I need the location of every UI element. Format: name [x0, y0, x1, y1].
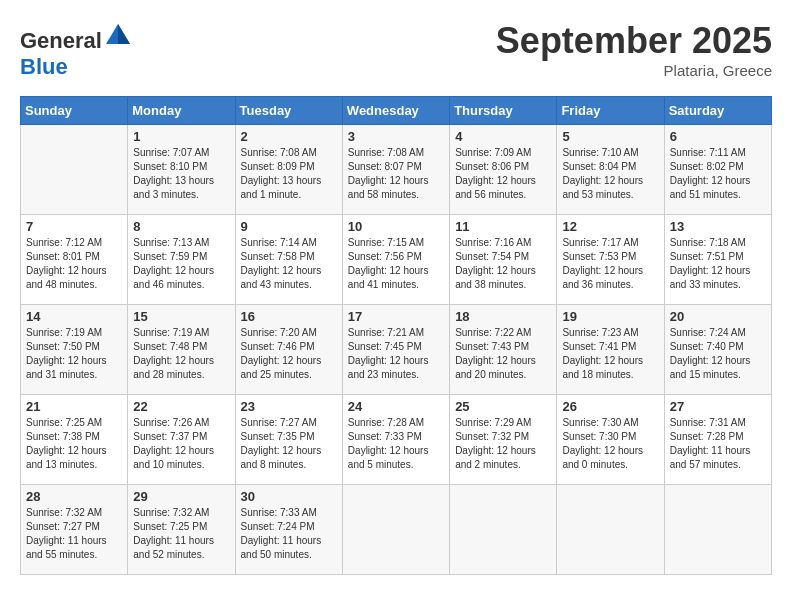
- day-info: Sunrise: 7:24 AM Sunset: 7:40 PM Dayligh…: [670, 326, 766, 382]
- day-number: 19: [562, 309, 658, 324]
- day-info: Sunrise: 7:21 AM Sunset: 7:45 PM Dayligh…: [348, 326, 444, 382]
- day-number: 15: [133, 309, 229, 324]
- day-info: Sunrise: 7:17 AM Sunset: 7:53 PM Dayligh…: [562, 236, 658, 292]
- day-info: Sunrise: 7:32 AM Sunset: 7:25 PM Dayligh…: [133, 506, 229, 562]
- day-number: 20: [670, 309, 766, 324]
- week-row-1: 1Sunrise: 7:07 AM Sunset: 8:10 PM Daylig…: [21, 125, 772, 215]
- logo-icon: [104, 20, 132, 48]
- day-number: 4: [455, 129, 551, 144]
- calendar-cell: 9Sunrise: 7:14 AM Sunset: 7:58 PM Daylig…: [235, 215, 342, 305]
- calendar-cell: 10Sunrise: 7:15 AM Sunset: 7:56 PM Dayli…: [342, 215, 449, 305]
- calendar-cell: 15Sunrise: 7:19 AM Sunset: 7:48 PM Dayli…: [128, 305, 235, 395]
- day-number: 21: [26, 399, 122, 414]
- calendar-cell: 28Sunrise: 7:32 AM Sunset: 7:27 PM Dayli…: [21, 485, 128, 575]
- calendar-body: 1Sunrise: 7:07 AM Sunset: 8:10 PM Daylig…: [21, 125, 772, 575]
- day-info: Sunrise: 7:19 AM Sunset: 7:50 PM Dayligh…: [26, 326, 122, 382]
- day-info: Sunrise: 7:22 AM Sunset: 7:43 PM Dayligh…: [455, 326, 551, 382]
- day-number: 5: [562, 129, 658, 144]
- day-info: Sunrise: 7:12 AM Sunset: 8:01 PM Dayligh…: [26, 236, 122, 292]
- svg-marker-1: [118, 24, 130, 44]
- day-number: 7: [26, 219, 122, 234]
- day-number: 30: [241, 489, 337, 504]
- day-info: Sunrise: 7:31 AM Sunset: 7:28 PM Dayligh…: [670, 416, 766, 472]
- location: Plataria, Greece: [496, 62, 772, 79]
- day-info: Sunrise: 7:30 AM Sunset: 7:30 PM Dayligh…: [562, 416, 658, 472]
- calendar-cell: [342, 485, 449, 575]
- calendar-cell: 8Sunrise: 7:13 AM Sunset: 7:59 PM Daylig…: [128, 215, 235, 305]
- calendar-cell: 13Sunrise: 7:18 AM Sunset: 7:51 PM Dayli…: [664, 215, 771, 305]
- calendar-cell: 25Sunrise: 7:29 AM Sunset: 7:32 PM Dayli…: [450, 395, 557, 485]
- calendar-cell: 23Sunrise: 7:27 AM Sunset: 7:35 PM Dayli…: [235, 395, 342, 485]
- day-info: Sunrise: 7:20 AM Sunset: 7:46 PM Dayligh…: [241, 326, 337, 382]
- day-info: Sunrise: 7:28 AM Sunset: 7:33 PM Dayligh…: [348, 416, 444, 472]
- week-row-5: 28Sunrise: 7:32 AM Sunset: 7:27 PM Dayli…: [21, 485, 772, 575]
- day-number: 29: [133, 489, 229, 504]
- day-number: 28: [26, 489, 122, 504]
- calendar-cell: 20Sunrise: 7:24 AM Sunset: 7:40 PM Dayli…: [664, 305, 771, 395]
- day-info: Sunrise: 7:18 AM Sunset: 7:51 PM Dayligh…: [670, 236, 766, 292]
- day-number: 26: [562, 399, 658, 414]
- day-info: Sunrise: 7:26 AM Sunset: 7:37 PM Dayligh…: [133, 416, 229, 472]
- day-info: Sunrise: 7:16 AM Sunset: 7:54 PM Dayligh…: [455, 236, 551, 292]
- logo: General Blue: [20, 20, 132, 80]
- day-info: Sunrise: 7:09 AM Sunset: 8:06 PM Dayligh…: [455, 146, 551, 202]
- day-info: Sunrise: 7:08 AM Sunset: 8:09 PM Dayligh…: [241, 146, 337, 202]
- day-info: Sunrise: 7:33 AM Sunset: 7:24 PM Dayligh…: [241, 506, 337, 562]
- calendar-cell: 3Sunrise: 7:08 AM Sunset: 8:07 PM Daylig…: [342, 125, 449, 215]
- day-info: Sunrise: 7:27 AM Sunset: 7:35 PM Dayligh…: [241, 416, 337, 472]
- calendar-cell: [21, 125, 128, 215]
- day-info: Sunrise: 7:10 AM Sunset: 8:04 PM Dayligh…: [562, 146, 658, 202]
- day-number: 10: [348, 219, 444, 234]
- header-row: SundayMondayTuesdayWednesdayThursdayFrid…: [21, 97, 772, 125]
- day-number: 9: [241, 219, 337, 234]
- day-info: Sunrise: 7:29 AM Sunset: 7:32 PM Dayligh…: [455, 416, 551, 472]
- calendar-cell: [557, 485, 664, 575]
- calendar-cell: 21Sunrise: 7:25 AM Sunset: 7:38 PM Dayli…: [21, 395, 128, 485]
- calendar-cell: 7Sunrise: 7:12 AM Sunset: 8:01 PM Daylig…: [21, 215, 128, 305]
- day-header-friday: Friday: [557, 97, 664, 125]
- day-info: Sunrise: 7:11 AM Sunset: 8:02 PM Dayligh…: [670, 146, 766, 202]
- week-row-2: 7Sunrise: 7:12 AM Sunset: 8:01 PM Daylig…: [21, 215, 772, 305]
- day-header-thursday: Thursday: [450, 97, 557, 125]
- calendar-cell: 30Sunrise: 7:33 AM Sunset: 7:24 PM Dayli…: [235, 485, 342, 575]
- day-number: 24: [348, 399, 444, 414]
- calendar-cell: 18Sunrise: 7:22 AM Sunset: 7:43 PM Dayli…: [450, 305, 557, 395]
- day-number: 8: [133, 219, 229, 234]
- day-number: 12: [562, 219, 658, 234]
- calendar-cell: 17Sunrise: 7:21 AM Sunset: 7:45 PM Dayli…: [342, 305, 449, 395]
- calendar-cell: 5Sunrise: 7:10 AM Sunset: 8:04 PM Daylig…: [557, 125, 664, 215]
- calendar-cell: 19Sunrise: 7:23 AM Sunset: 7:41 PM Dayli…: [557, 305, 664, 395]
- day-info: Sunrise: 7:23 AM Sunset: 7:41 PM Dayligh…: [562, 326, 658, 382]
- day-number: 13: [670, 219, 766, 234]
- day-info: Sunrise: 7:13 AM Sunset: 7:59 PM Dayligh…: [133, 236, 229, 292]
- calendar-cell: 1Sunrise: 7:07 AM Sunset: 8:10 PM Daylig…: [128, 125, 235, 215]
- day-info: Sunrise: 7:07 AM Sunset: 8:10 PM Dayligh…: [133, 146, 229, 202]
- day-number: 18: [455, 309, 551, 324]
- day-number: 1: [133, 129, 229, 144]
- day-info: Sunrise: 7:08 AM Sunset: 8:07 PM Dayligh…: [348, 146, 444, 202]
- calendar-cell: 24Sunrise: 7:28 AM Sunset: 7:33 PM Dayli…: [342, 395, 449, 485]
- calendar-cell: 16Sunrise: 7:20 AM Sunset: 7:46 PM Dayli…: [235, 305, 342, 395]
- calendar-cell: 11Sunrise: 7:16 AM Sunset: 7:54 PM Dayli…: [450, 215, 557, 305]
- day-number: 27: [670, 399, 766, 414]
- calendar-cell: 6Sunrise: 7:11 AM Sunset: 8:02 PM Daylig…: [664, 125, 771, 215]
- day-header-saturday: Saturday: [664, 97, 771, 125]
- day-number: 3: [348, 129, 444, 144]
- day-header-monday: Monday: [128, 97, 235, 125]
- logo-blue: Blue: [20, 54, 68, 79]
- calendar-cell: [664, 485, 771, 575]
- calendar-cell: 27Sunrise: 7:31 AM Sunset: 7:28 PM Dayli…: [664, 395, 771, 485]
- logo-text: General Blue: [20, 20, 132, 80]
- calendar-cell: 29Sunrise: 7:32 AM Sunset: 7:25 PM Dayli…: [128, 485, 235, 575]
- day-number: 23: [241, 399, 337, 414]
- day-number: 11: [455, 219, 551, 234]
- day-info: Sunrise: 7:25 AM Sunset: 7:38 PM Dayligh…: [26, 416, 122, 472]
- day-number: 22: [133, 399, 229, 414]
- calendar-cell: 26Sunrise: 7:30 AM Sunset: 7:30 PM Dayli…: [557, 395, 664, 485]
- day-info: Sunrise: 7:19 AM Sunset: 7:48 PM Dayligh…: [133, 326, 229, 382]
- day-info: Sunrise: 7:32 AM Sunset: 7:27 PM Dayligh…: [26, 506, 122, 562]
- page-header: General Blue September 2025 Plataria, Gr…: [20, 20, 772, 80]
- day-info: Sunrise: 7:14 AM Sunset: 7:58 PM Dayligh…: [241, 236, 337, 292]
- day-number: 6: [670, 129, 766, 144]
- logo-general: General: [20, 28, 102, 53]
